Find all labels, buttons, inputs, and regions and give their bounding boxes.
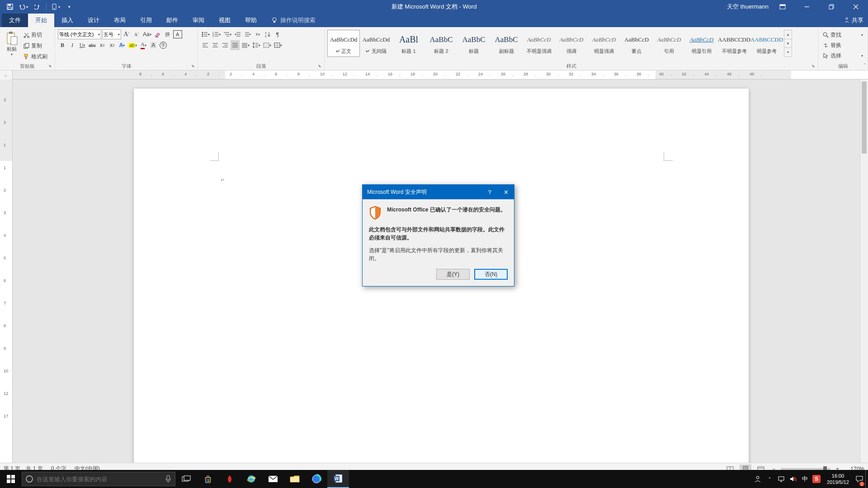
distributed-button[interactable]: ▾	[241, 40, 250, 50]
tray-overflow[interactable]: ˄	[764, 470, 775, 488]
tray-volume[interactable]	[787, 470, 799, 488]
scrollbar-thumb[interactable]	[862, 81, 867, 154]
taskbar-browser[interactable]	[306, 470, 327, 488]
font-launcher[interactable]: ⬊	[191, 64, 197, 69]
style-normal[interactable]: AaBbCcDd↵ 正文	[327, 30, 360, 57]
cut-button[interactable]: 剪切	[23, 30, 51, 40]
tab-layout[interactable]: 布局	[107, 14, 133, 27]
gallery-scroll[interactable]: ▲▼▾	[784, 30, 792, 57]
change-case-button[interactable]: Aa▾	[142, 29, 152, 39]
shading-button[interactable]: ▾	[262, 40, 272, 50]
multilevel-list-button[interactable]: ▾	[222, 29, 232, 39]
minimize-button[interactable]	[797, 0, 817, 14]
show-desktop-button[interactable]	[865, 470, 868, 488]
user-name[interactable]: 天空 thuermann	[727, 3, 769, 11]
ribbon-display-options[interactable]	[772, 0, 793, 14]
search-input[interactable]	[37, 476, 161, 483]
char-border-button[interactable]: A	[173, 30, 182, 38]
underline-button[interactable]: U▾	[78, 40, 87, 50]
taskbar-app-red[interactable]	[219, 470, 241, 488]
gallery-up[interactable]: ▲	[784, 30, 792, 39]
italic-button[interactable]: I	[68, 40, 77, 50]
taskbar-store[interactable]	[197, 470, 219, 488]
enclose-chars-button[interactable]: 字	[159, 40, 168, 50]
tab-design[interactable]: 设计	[80, 14, 107, 27]
format-painter-button[interactable]: 格式刷	[23, 52, 51, 61]
dialog-yes-button[interactable]: 是(Y)	[436, 269, 470, 280]
tray-people[interactable]	[752, 470, 764, 488]
tab-insert[interactable]: 插入	[54, 14, 80, 27]
paste-button[interactable]: 粘贴 ▾	[3, 29, 21, 59]
style-h1[interactable]: AaBl标题 1	[392, 30, 425, 57]
decrease-indent-button[interactable]	[233, 29, 242, 39]
bold-button[interactable]: B	[58, 40, 67, 50]
share-button[interactable]: 共享	[844, 14, 863, 27]
taskbar-search[interactable]	[22, 472, 175, 486]
tray-ime[interactable]: 中	[799, 470, 811, 488]
line-spacing-button[interactable]: ▾	[251, 40, 261, 50]
gallery-more[interactable]: ▾	[784, 48, 792, 56]
tab-references[interactable]: 引用	[133, 14, 159, 27]
find-button[interactable]: 查找▾	[821, 30, 865, 40]
taskbar-ie[interactable]	[241, 470, 262, 488]
taskbar-word[interactable]: W	[327, 470, 349, 488]
subscript-button[interactable]: x2	[98, 40, 107, 50]
dialog-no-button[interactable]: 否(N)	[474, 269, 508, 280]
vertical-scrollbar[interactable]	[860, 80, 868, 474]
tell-me[interactable]: 操作说明搜索	[264, 14, 323, 27]
style-quote[interactable]: AaBbCcD引用	[653, 30, 685, 57]
style-intense_ref[interactable]: AABBCCDD明显参考	[750, 30, 783, 57]
style-subtle_ref[interactable]: AABBCCDD不明显参考	[718, 30, 750, 57]
tab-review[interactable]: 审阅	[185, 14, 212, 27]
grow-font-button[interactable]: Aˆ	[122, 29, 131, 39]
superscript-button[interactable]: x2	[108, 40, 117, 50]
font-color-button[interactable]: A▾	[139, 40, 148, 50]
tab-file[interactable]: 文件	[2, 14, 28, 27]
copy-button[interactable]: 复制	[23, 41, 51, 51]
select-button[interactable]: 选择▾	[821, 51, 865, 61]
dialog-titlebar[interactable]: Microsoft Word 安全声明 ? ✕	[363, 185, 514, 199]
align-left-button[interactable]	[201, 40, 210, 50]
tray-clock[interactable]: 16:00 2019/5/12	[822, 473, 854, 486]
style-intense_quote[interactable]: AaBbCcD明显引用	[685, 30, 718, 57]
clipboard-launcher[interactable]: ⬊	[48, 64, 54, 69]
clear-formatting-button[interactable]	[153, 29, 162, 39]
shrink-font-button[interactable]: Aˇ	[132, 29, 141, 39]
dialog-help-button[interactable]: ?	[481, 185, 498, 199]
tab-selector[interactable]: ∟	[0, 70, 13, 80]
tray-action-center[interactable]: 1	[854, 470, 865, 488]
numbering-button[interactable]: 123▾	[212, 29, 222, 39]
paragraph-launcher[interactable]: ⬊	[318, 64, 323, 69]
align-right-button[interactable]	[221, 40, 230, 50]
style-emphasis[interactable]: AaBbCcD强调	[555, 30, 588, 57]
align-center-button[interactable]	[211, 40, 220, 50]
close-button[interactable]	[845, 0, 866, 14]
task-view-button[interactable]	[175, 470, 197, 488]
collapse-ribbon-button[interactable]: ˆ	[864, 63, 865, 68]
style-intense_em[interactable]: AaBbCcD明显强调	[588, 30, 620, 57]
save-button[interactable]	[4, 1, 16, 13]
taskbar-mail[interactable]	[262, 470, 284, 488]
qat-customize[interactable]: ▾	[63, 1, 75, 13]
char-shading-button[interactable]: A	[149, 40, 158, 50]
font-name-combo[interactable]: 等线 (中文正文)▾	[58, 29, 101, 39]
tray-network[interactable]	[775, 470, 787, 488]
phonetic-guide-button[interactable]: 拼	[163, 29, 172, 39]
style-nospace[interactable]: AaBbCcDd↵ 无间隔	[360, 30, 392, 57]
asian-layout-button[interactable]: ☓▾	[253, 29, 262, 39]
style-title[interactable]: AaBbC标题	[458, 30, 490, 57]
strikethrough-button[interactable]: abc	[88, 40, 97, 50]
tab-view[interactable]: 视图	[212, 14, 238, 27]
increase-indent-button[interactable]	[243, 29, 252, 39]
align-justify-button[interactable]	[231, 40, 240, 50]
taskbar-explorer[interactable]	[284, 470, 306, 488]
start-button[interactable]	[0, 470, 22, 488]
gallery-down[interactable]: ▼	[784, 39, 792, 48]
dialog-close-button[interactable]: ✕	[498, 185, 514, 199]
redo-button[interactable]	[31, 1, 43, 13]
styles-gallery[interactable]: AaBbCcDd↵ 正文AaBbCcDd↵ 无间隔AaBl标题 1AaBbC标题…	[327, 29, 815, 64]
tab-mail[interactable]: 邮件	[159, 14, 185, 27]
show-marks-button[interactable]: ¶	[273, 29, 282, 39]
undo-button[interactable]: ▾	[17, 1, 30, 13]
tray-sogou[interactable]: S	[811, 470, 822, 488]
